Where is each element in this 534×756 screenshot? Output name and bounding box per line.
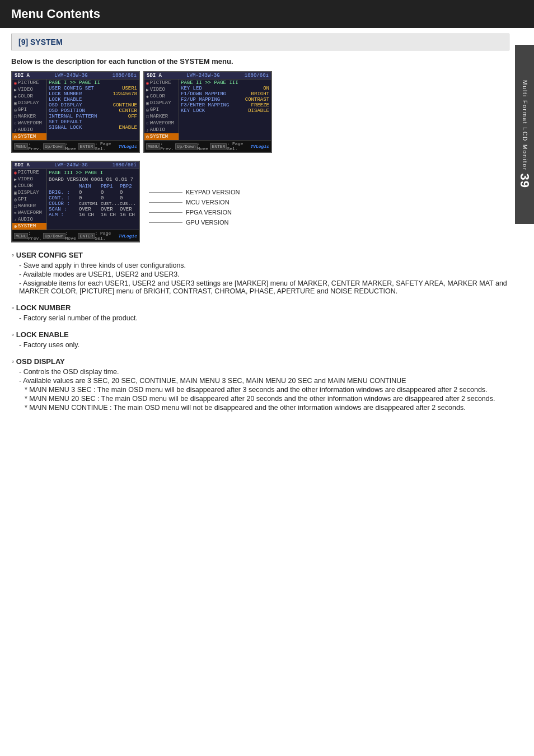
screen1-row-7: SET DEFAULT [49, 119, 137, 125]
bullet-lock-enable: LOCK ENABLE - Factory uses only. [11, 330, 509, 349]
screen3-topbar: SDI A LVM-243W-3G 1080/60i [12, 162, 139, 169]
sidebar-waveform: ≈ WAVEFORM [12, 120, 46, 127]
sidebar2-audio: ♪ AUDIO [144, 127, 179, 133]
screen1-center: LVM-243W-3G [54, 73, 87, 78]
sidebar3-marker: □ MARKER [12, 203, 46, 209]
color-icon: ◈ [14, 94, 17, 99]
screen1-body: ◉ PICTURE ▶ VIDEO ◈ COLOR ▣ DISPLAY [12, 80, 139, 140]
screen3-content: PAGE III >> PAGE I BOARD VERSION 0001 01… [47, 169, 139, 230]
sidebar3-picture: ◉ PICTURE [12, 169, 46, 176]
monitor-screen-2: SDI A LVM-243W-3G 1080/60i ◉ PICTURE ▶ V… [143, 71, 272, 153]
bullet-item-3-2: * MAIN MENU 3 SEC : The main OSD menu wi… [25, 386, 509, 394]
sidebar3-system: ⚙ SYSTEM [12, 223, 46, 230]
color-icon2: ◈ [146, 94, 149, 99]
waveform-icon3: ≈ [14, 211, 17, 216]
screen2-row-1: KEY LED ON [181, 86, 269, 91]
screen2-sidebar: ◉ PICTURE ▶ VIDEO ◈ COLOR ▣ DISPLAY [144, 80, 179, 140]
keypad-annotations: KEYPAD VERSION MCU VERSION FPGA VERSION … [143, 161, 240, 226]
page-header: Menu Contents [0, 0, 534, 28]
main-content: [9] SYSTEM Below is the description for … [0, 28, 534, 425]
screen1-right: 1080/60i [113, 73, 137, 78]
sidebar2-system: ⚙ SYSTEM [144, 133, 179, 140]
sidebar-audio: ♪ AUDIO [12, 127, 46, 133]
screen2-row-4: F3/ENTER MAPPING FREEZE [181, 102, 269, 108]
waveform-icon2: ≈ [146, 121, 149, 126]
sidebar-marker: □ MARKER [12, 113, 46, 120]
sidebar3-gpi: ◎ GPI [12, 196, 46, 203]
screen1-page-label: PAGE I >> PAGE II [49, 80, 137, 86]
screens-row-2: SDI A LVM-243W-3G 1080/60i ◉ PICTURE ▶ V… [11, 161, 509, 242]
screen1-row-4: OSD DISPLAY CONTINUE [49, 102, 137, 108]
bullet-title-osd-display: OSD DISPLAY [11, 357, 509, 366]
waveform-icon: ≈ [14, 121, 17, 126]
sidebar-system: ⚙ SYSTEM [12, 133, 46, 140]
sidebar3-video: ▶ VIDEO [12, 176, 46, 183]
sidebar3-display: ▣ DISPLAY [12, 189, 46, 196]
bullet-osd-display: OSD DISPLAY - Controls the OSD display t… [11, 357, 509, 412]
screen3-right: 1080/60i [113, 162, 137, 168]
display-icon: ▣ [14, 101, 17, 106]
audio-icon3: ♪ [14, 217, 17, 222]
sidebar2-gpi: ◎ GPI [144, 106, 179, 113]
mcu-version-label: MCU VERSION [186, 199, 229, 206]
annot-mcu: MCU VERSION [149, 199, 240, 206]
screen1-topbar: SDI A LVM-243W-3G 1080/60i [12, 72, 139, 80]
screen3-bottombar: MENU : Prev. Up/Down : Move ENTER : Page… [12, 230, 139, 241]
screen3-pbp-cont: CONT. : 0 0 0 [49, 195, 137, 201]
screen3-pbp-header: MAIN PBP1 PBP2 [49, 183, 137, 190]
screens-row-1: SDI A LVM-243W-3G 1080/60i ◉ PICTURE ▶ V… [11, 71, 509, 153]
sidebar-display: ▣ DISPLAY [12, 100, 46, 106]
system-icon: ⚙ [14, 134, 17, 139]
section-description: Below is the description for each functi… [11, 57, 509, 66]
audio-icon2: ♪ [146, 128, 149, 133]
bullet-item-3-3: * MAIN MENU 20 SEC : The main OSD menu w… [25, 395, 509, 403]
screen2-topbar: SDI A LVM-243W-3G 1080/60i [144, 72, 271, 80]
screen1-bottombar: MENU : Prev. Up/Down : Move ENTER : Page… [12, 140, 139, 152]
gpu-version-label: GPU VERSION [186, 219, 228, 226]
screen3-pbp-color: COLOR : CUSTOM1 CUST... CUS... [49, 201, 137, 207]
bullet-item-0-1: - Available modes are USER1, USER2 and U… [19, 270, 509, 278]
screen3-left: SDI A [15, 162, 30, 168]
bullet-item-2-0: - Factory uses only. [19, 341, 509, 349]
tvlogic-logo-2: TVLogic [250, 144, 269, 149]
screen2-center: LVM-243W-3G [186, 73, 219, 78]
screen1-content: PAGE I >> PAGE II USER CONFIG SET USER1 … [47, 80, 139, 140]
screen3-body: ◉ PICTURE ▶ VIDEO ◈ COLOR ▣ DISPLAY [12, 169, 139, 230]
bullet-item-1-0: - Factory serial number of the product. [19, 314, 509, 322]
screen3-sidebar: ◉ PICTURE ▶ VIDEO ◈ COLOR ▣ DISPLAY [12, 169, 47, 230]
screen1-row-2: LOCK NUMBER 12345678 [49, 91, 137, 97]
screen2-page-label: PAGE II >> PAGE III [181, 80, 269, 86]
bullet-item-0-2: - Assignable items for each USER1, USER2… [19, 279, 509, 295]
bullet-user-config: USER CONFIG SET - Save and apply in thre… [11, 250, 509, 295]
picture-icon: ◉ [14, 81, 17, 86]
monitor-screen-1: SDI A LVM-243W-3G 1080/60i ◉ PICTURE ▶ V… [11, 71, 140, 153]
display-icon2: ▣ [146, 101, 149, 106]
screen1-row-8: SIGNAL LOCK ENABLE [49, 125, 137, 130]
screen2-left: SDI A [147, 73, 162, 78]
screen3-pbp-scan: SCAN : OVER OVER OVER [49, 207, 137, 212]
screen1-row-6: INTERNAL PATTERN OFF [49, 114, 137, 119]
system-icon3: ⚙ [14, 224, 17, 229]
screen2-row-3: F2/UP MAPPING CONTRAST [181, 97, 269, 102]
video-icon2: ▶ [146, 87, 149, 92]
sidebar3-audio: ♪ AUDIO [12, 216, 46, 223]
bullet-lock-number: LOCK NUMBER - Factory serial number of t… [11, 303, 509, 322]
sidebar2-video: ▶ VIDEO [144, 86, 179, 93]
sidebar-video: ▶ VIDEO [12, 86, 46, 93]
monitor-screen-3: SDI A LVM-243W-3G 1080/60i ◉ PICTURE ▶ V… [11, 161, 140, 242]
gpi-icon2: ◎ [146, 108, 149, 113]
marker-icon: □ [14, 114, 17, 119]
screen3-board-version: BOARD VERSION 0001 01 0.01 7 [49, 176, 137, 183]
side-label: Multi Format LCD Monitor 39 [515, 45, 534, 224]
sidebar3-waveform: ≈ WAVEFORM [12, 209, 46, 216]
sidebar-gpi: ◎ GPI [12, 106, 46, 113]
screen1-row-5: OSD POSITION CENTER [49, 108, 137, 114]
screen2-content: PAGE II >> PAGE III KEY LED ON F1/DOWN M… [179, 80, 271, 140]
sidebar2-marker: □ MARKER [144, 113, 179, 120]
screen2-row-2: F1/DOWN MAPPING BRIGHT [181, 91, 269, 97]
keypad-version-label: KEYPAD VERSION [186, 189, 240, 195]
sidebar2-waveform: ≈ WAVEFORM [144, 120, 179, 127]
annot-fpga: FPGA VERSION [149, 209, 240, 216]
bullet-item-0-0: - Save and apply in three kinds of user … [19, 262, 509, 269]
screen1-row-3: LOCK ENABLE [49, 97, 137, 102]
